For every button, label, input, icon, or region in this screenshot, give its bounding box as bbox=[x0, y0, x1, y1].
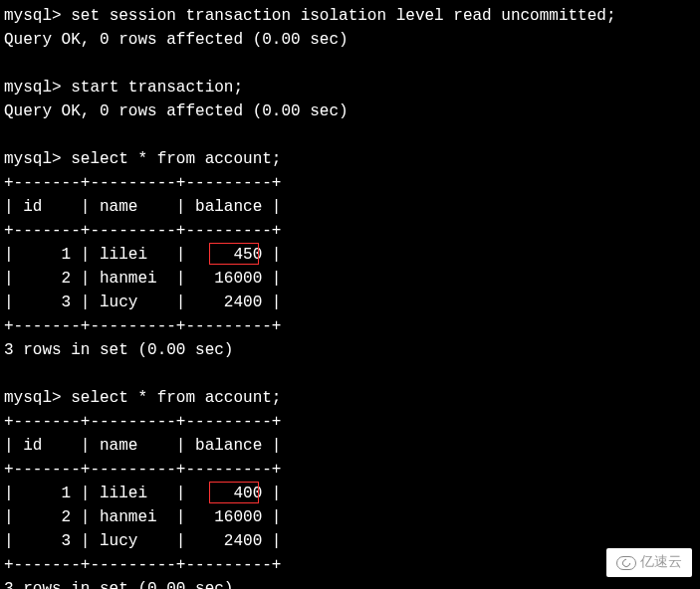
terminal-line: mysql> start transaction; bbox=[0, 76, 700, 99]
result-summary: 3 rows in set (0.00 sec) bbox=[0, 577, 700, 589]
table-border: +-------+---------+---------+ bbox=[0, 410, 700, 434]
result-summary: 3 rows in set (0.00 sec) bbox=[0, 338, 700, 362]
cloud-icon bbox=[616, 556, 636, 570]
shell-prompt: mysql> bbox=[4, 389, 62, 407]
table-header: | id | name | balance | bbox=[0, 195, 700, 219]
table-row: | 3 | lucy | 2400 | bbox=[0, 291, 700, 314]
table-border: +-------+---------+---------+ bbox=[0, 171, 700, 195]
sql-command: start transaction; bbox=[71, 79, 243, 97]
table-border: +-------+---------+---------+ bbox=[0, 553, 700, 577]
table-row: | 2 | hanmei | 16000 | bbox=[0, 267, 700, 291]
blank-line bbox=[0, 362, 700, 386]
sql-command: select * from account; bbox=[71, 389, 281, 407]
blank-line bbox=[0, 52, 700, 76]
table-row: | 3 | lucy | 2400 | bbox=[0, 529, 700, 553]
terminal-line: mysql> select * from account; bbox=[0, 386, 700, 410]
table-border: +-------+---------+---------+ bbox=[0, 219, 700, 243]
query-response: Query OK, 0 rows affected (0.00 sec) bbox=[0, 99, 700, 123]
terminal-line: mysql> select * from account; bbox=[0, 147, 700, 171]
table-border: +-------+---------+---------+ bbox=[0, 458, 700, 482]
sql-command: set session transaction isolation level … bbox=[71, 7, 615, 25]
table-row: | 1 | lilei | 400 | bbox=[0, 482, 700, 505]
shell-prompt: mysql> bbox=[4, 150, 62, 168]
table-header: | id | name | balance | bbox=[0, 434, 700, 458]
table-border: +-------+---------+---------+ bbox=[0, 314, 700, 338]
table-row: | 1 | lilei | 450 | bbox=[0, 243, 700, 267]
blank-line bbox=[0, 123, 700, 147]
sql-command: select * from account; bbox=[71, 150, 281, 168]
watermark-badge: 亿速云 bbox=[606, 548, 692, 577]
row-text: | 1 | lilei | 450 | bbox=[4, 246, 281, 264]
watermark-text: 亿速云 bbox=[640, 552, 682, 573]
table-row: | 2 | hanmei | 16000 | bbox=[0, 505, 700, 529]
shell-prompt: mysql> bbox=[4, 79, 62, 97]
shell-prompt: mysql> bbox=[4, 7, 62, 25]
query-response: Query OK, 0 rows affected (0.00 sec) bbox=[0, 28, 700, 52]
row-text: | 1 | lilei | 400 | bbox=[4, 485, 281, 502]
terminal-line: mysql> set session transaction isolation… bbox=[0, 4, 700, 28]
